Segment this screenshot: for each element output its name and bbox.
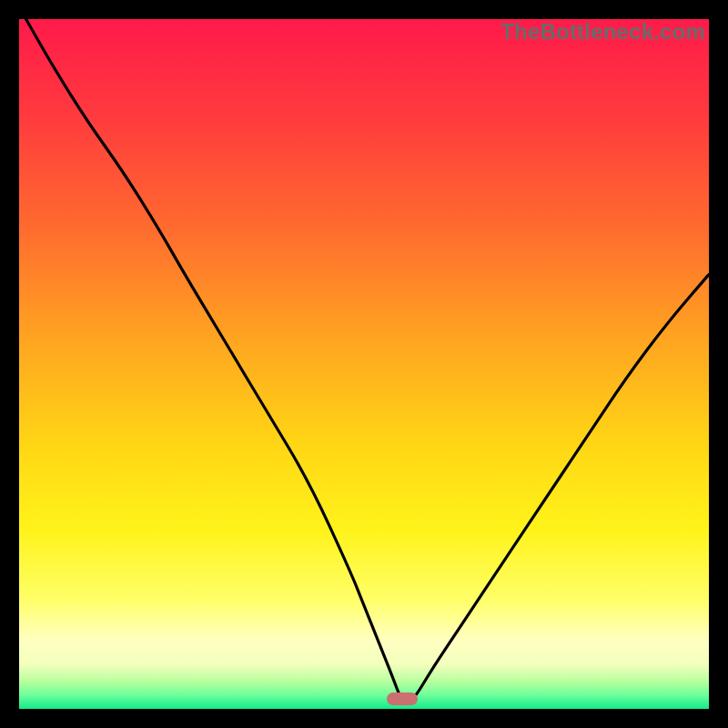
plot-area: TheBottleneck.com [19,19,709,709]
bottleneck-curve [19,19,709,709]
chart-frame: TheBottleneck.com [0,0,728,728]
optimum-marker [387,693,418,705]
